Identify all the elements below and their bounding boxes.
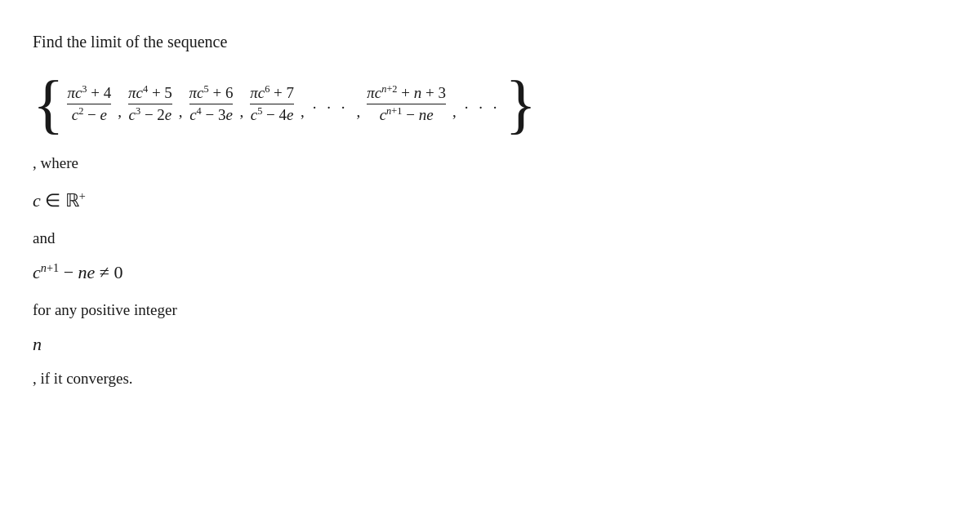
fraction-2: πc4 + 5 c3 − 2e <box>128 84 172 124</box>
fraction-general: πcn+2 + n + 3 cn+1 − ne <box>367 84 446 124</box>
ineq-line: cn+1 − ne ≠ 0 <box>33 262 947 283</box>
comma-3: , <box>239 103 243 121</box>
fraction-3: πc5 + 6 c4 − 3e <box>189 84 234 124</box>
fraction-4: πc6 + 7 c5 − 4e <box>250 84 294 124</box>
and-line: and <box>33 229 947 247</box>
for-any-line: for any positive integer <box>33 301 947 319</box>
right-brace: } <box>505 76 536 131</box>
comma-4: , <box>301 103 305 121</box>
n-line: n <box>33 334 947 355</box>
comma-1: , <box>118 103 122 121</box>
converges-line: , if it converges. <box>33 370 947 388</box>
page-title: Find the limit of the sequence <box>33 33 947 51</box>
trailing-dots: . . . <box>465 95 501 113</box>
sequence-container: { πc3 + 4 c2 − e , πc4 + 5 c3 − 2e , πc5… <box>33 76 947 131</box>
middle-dots: . . . <box>313 95 349 113</box>
terms-row: πc3 + 4 c2 − e , πc4 + 5 c3 − 2e , πc5 +… <box>64 84 505 124</box>
comma-6: , <box>452 103 457 121</box>
fraction-1: πc3 + 4 c2 − e <box>67 84 111 124</box>
comma-2: , <box>179 103 183 121</box>
condition-line: c ∈ ℝ+ <box>33 190 947 211</box>
where-line: , where <box>33 154 947 172</box>
comma-5: , <box>357 103 361 121</box>
left-brace: { <box>33 76 64 131</box>
main-content: Find the limit of the sequence { πc3 + 4… <box>33 33 947 388</box>
